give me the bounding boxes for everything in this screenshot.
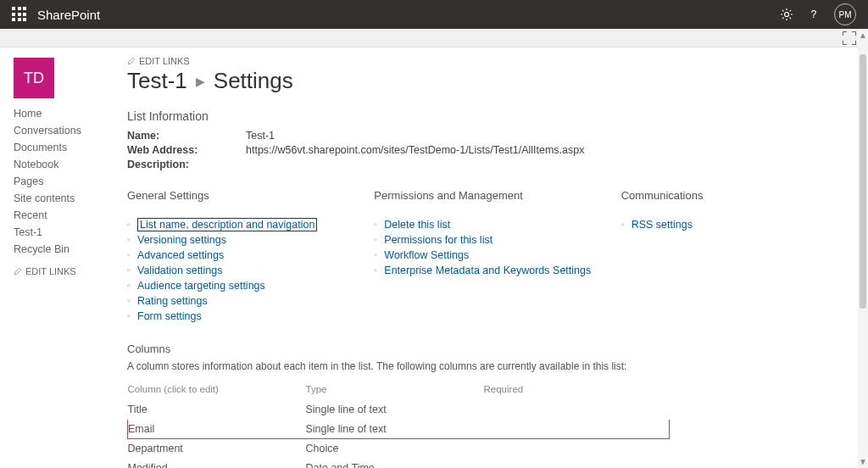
general-link-list: List name, description and navigationVer… [127, 217, 357, 324]
table-cell[interactable]: Modified [128, 459, 306, 469]
left-nav: TD HomeConversationsDocumentsNotebookPag… [0, 47, 127, 468]
table-cell[interactable] [484, 439, 670, 459]
breadcrumb-site[interactable]: Test-1 [127, 68, 187, 94]
settings-link[interactable]: Validation settings [127, 263, 357, 278]
settings-link[interactable]: Advanced settings [127, 248, 357, 263]
nav-item[interactable]: Site contents [14, 190, 127, 207]
table-cell[interactable]: Title [128, 400, 306, 420]
table-cell[interactable] [484, 400, 670, 420]
table-row[interactable]: TitleSingle line of text [128, 400, 670, 420]
nav-item[interactable]: Conversations [14, 122, 127, 139]
table-cell[interactable]: Email [128, 420, 306, 439]
pencil-icon [127, 57, 136, 65]
chevron-right-icon: ▶ [196, 75, 205, 88]
ribbon-bar [0, 29, 868, 47]
nav-item[interactable]: Recycle Bin [14, 241, 127, 258]
table-cell[interactable] [484, 459, 670, 469]
description-label: Description: [127, 159, 246, 170]
list-info-heading: List Information [127, 109, 851, 123]
nav-item[interactable]: Documents [14, 139, 127, 156]
pencil-icon [14, 267, 22, 276]
edit-links-button-top[interactable]: EDIT LINKS [127, 56, 851, 66]
name-value: Test-1 [246, 130, 275, 142]
columns-section: Columns A column stores information abou… [127, 343, 851, 468]
address-value: https://w56vt.sharepoint.com/sites/TestD… [246, 144, 584, 156]
breadcrumb-page: Settings [214, 68, 293, 94]
settings-grid: General Settings List name, description … [127, 189, 851, 324]
table-cell[interactable]: Choice [306, 439, 484, 459]
settings-link[interactable]: Enterprise Metadata and Keywords Setting… [374, 263, 604, 278]
address-label: Web Address: [127, 144, 246, 156]
edit-links-button-sidebar[interactable]: EDIT LINKS [14, 266, 127, 276]
settings-link[interactable]: List name, description and navigation [127, 217, 357, 232]
app-launcher-icon[interactable] [12, 7, 27, 22]
vertical-scrollbar[interactable]: ▲ ▼ [858, 29, 868, 468]
permissions-column: Permissions and Management Delete this l… [374, 189, 604, 324]
scroll-up-arrow[interactable]: ▲ [858, 31, 868, 40]
site-logo[interactable]: TD [14, 58, 54, 98]
suite-bar: SharePoint ? PM [0, 0, 868, 29]
settings-link[interactable]: Audience targeting settings [127, 278, 357, 293]
settings-gear-icon[interactable] [773, 1, 800, 28]
nav-item[interactable]: Pages [14, 173, 127, 190]
nav-item[interactable]: Recent [14, 207, 127, 224]
table-row[interactable]: EmailSingle line of text [128, 420, 670, 439]
communications-link-list: RSS settings [621, 217, 851, 232]
communications-column: Communications RSS settings [621, 189, 851, 324]
permissions-link-list: Delete this listPermissions for this lis… [374, 217, 604, 278]
settings-link[interactable]: Permissions for this list [374, 232, 604, 248]
breadcrumb: Test-1 ▶ Settings [127, 68, 851, 94]
table-row[interactable]: DepartmentChoice [128, 439, 670, 459]
list-information-section: List Information Name: Test-1 Web Addres… [127, 109, 851, 170]
communications-heading: Communications [621, 189, 851, 202]
focus-content-icon[interactable] [843, 31, 856, 45]
columns-header-type: Type [306, 381, 484, 400]
permissions-heading: Permissions and Management [374, 189, 604, 202]
table-cell[interactable]: Single line of text [306, 420, 484, 439]
columns-heading: Columns [127, 343, 851, 355]
table-row[interactable]: ModifiedDate and Time [128, 459, 670, 469]
name-label: Name: [127, 130, 246, 142]
general-settings-column: General Settings List name, description … [127, 189, 357, 324]
scroll-thumb[interactable] [860, 54, 866, 309]
svg-point-0 [785, 13, 789, 17]
columns-intro: A column stores information about each i… [127, 360, 851, 372]
nav-item[interactable]: Home [14, 105, 127, 122]
columns-header-required: Required [484, 381, 670, 400]
table-cell[interactable]: Department [128, 439, 306, 459]
settings-link[interactable]: Delete this list [374, 217, 604, 232]
settings-link[interactable]: Workflow Settings [374, 248, 604, 263]
nav-item[interactable]: Test-1 [14, 224, 127, 241]
columns-table-body: TitleSingle line of textEmailSingle line… [128, 400, 670, 469]
help-icon[interactable]: ? [800, 1, 827, 28]
user-avatar[interactable]: PM [834, 3, 856, 25]
svg-text:?: ? [811, 8, 817, 20]
table-cell[interactable]: Single line of text [306, 400, 484, 420]
settings-link[interactable]: RSS settings [621, 217, 851, 232]
main-content: EDIT LINKS Test-1 ▶ Settings List Inform… [127, 47, 868, 468]
table-cell[interactable] [484, 420, 670, 439]
settings-link[interactable]: Form settings [127, 309, 357, 324]
nav-link-list: HomeConversationsDocumentsNotebookPagesS… [14, 105, 127, 258]
avatar-initials: PM [839, 10, 852, 20]
nav-item[interactable]: Notebook [14, 156, 127, 173]
columns-header-name: Column (click to edit) [128, 381, 306, 400]
table-cell[interactable]: Date and Time [306, 459, 484, 469]
settings-link[interactable]: Rating settings [127, 293, 357, 309]
columns-table: Column (click to edit) Type Required Tit… [127, 381, 670, 468]
scroll-down-arrow[interactable]: ▼ [858, 457, 868, 466]
settings-link[interactable]: Versioning settings [127, 232, 357, 248]
product-name[interactable]: SharePoint [37, 8, 100, 22]
general-settings-heading: General Settings [127, 189, 357, 202]
